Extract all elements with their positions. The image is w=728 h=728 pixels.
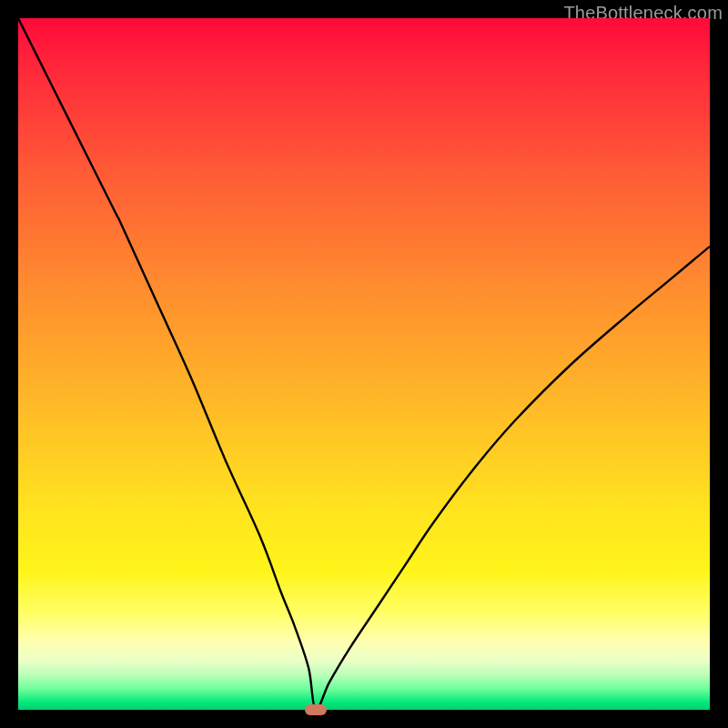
bottleneck-curve: [18, 18, 710, 710]
plot-area: [18, 18, 710, 710]
chart-container: TheBottleneck.com: [0, 0, 728, 728]
minimum-marker: [305, 704, 327, 715]
curve-path: [18, 18, 710, 710]
